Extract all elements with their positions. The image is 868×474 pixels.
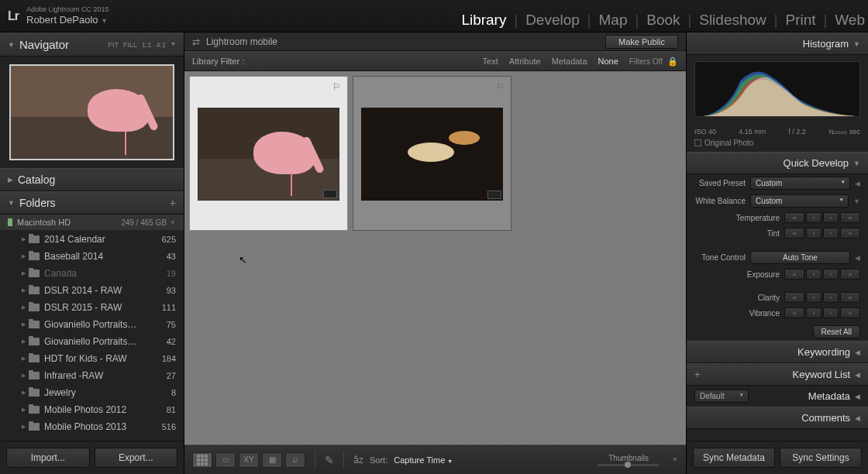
saved-preset-select[interactable]: Custom▾ [750, 177, 850, 190]
painter-tool-icon[interactable]: ✎ [325, 454, 334, 466]
lock-icon[interactable]: 🔒 [667, 57, 678, 67]
module-map[interactable]: Map [596, 12, 631, 30]
filters-off-label[interactable]: Filters Off [629, 57, 663, 66]
comments-header[interactable]: Comments ◀ [687, 407, 868, 429]
toolbar-menu-icon[interactable]: ▼ [672, 456, 678, 463]
folder-row[interactable]: ▶DSLR 2014 - RAW93 [0, 282, 184, 299]
step-dec[interactable]: ‹ [806, 212, 822, 223]
histogram-chart[interactable] [687, 55, 868, 125]
metadata-preset-select[interactable]: Default▾ [694, 390, 749, 403]
folder-row[interactable]: ▶2014 Calendar625 [0, 231, 184, 248]
filter-none[interactable]: None [598, 57, 618, 66]
folders-header[interactable]: ▼ Folders + [0, 191, 184, 215]
compare-view-button[interactable]: XY [239, 452, 259, 468]
step-inc[interactable]: › [823, 269, 839, 280]
add-folder-button[interactable]: + [170, 197, 176, 209]
step-inc-large[interactable]: ›› [840, 307, 860, 318]
folder-row[interactable]: ▶HDT for Kids - RAW184 [0, 350, 184, 367]
folder-row[interactable]: ▶Infrared -RAW27 [0, 367, 184, 384]
step-dec[interactable]: ‹ [806, 292, 822, 303]
step-inc-large[interactable]: ›› [840, 292, 860, 303]
triangle-down-icon[interactable]: ▼ [170, 219, 176, 226]
nav-zoom-fill[interactable]: FILL [123, 41, 137, 49]
step-inc[interactable]: › [823, 212, 839, 223]
identity-plate[interactable]: Robert DePaolo ▼ [26, 14, 109, 26]
folder-row[interactable]: ▶Mobile Photos 201281 [0, 401, 184, 418]
folder-row[interactable]: ▶Mobile Photos 2013516 [0, 418, 184, 435]
folder-row[interactable]: ▶Canada19 [0, 265, 184, 282]
make-public-button[interactable]: Make Public [605, 35, 678, 49]
folder-row[interactable]: ▶Giovaniello Portraits…42 [0, 333, 184, 350]
grid-view-button[interactable] [192, 452, 212, 468]
folder-row[interactable]: ▶Giovaniello Portraits…75 [0, 316, 184, 333]
catalog-header[interactable]: ▶ Catalog [0, 168, 184, 191]
white-balance-select[interactable]: Custom▾ [750, 194, 849, 208]
step-dec-large[interactable]: ‹‹ [784, 269, 804, 280]
import-button[interactable]: Import... [6, 448, 90, 468]
expand-icon[interactable]: ▼ [853, 198, 860, 205]
histogram-header[interactable]: Histogram ▼ [687, 33, 868, 55]
step-dec-large[interactable]: ‹‹ [784, 292, 804, 303]
folder-row[interactable]: ▶DSLR 2015 - RAW111 [0, 299, 184, 316]
grid-cell[interactable]: ⚐ [353, 76, 512, 231]
nav-zoom-fit[interactable]: FIT [108, 41, 119, 49]
reset-all-button[interactable]: Reset All [813, 325, 860, 338]
add-keyword-icon[interactable]: + [694, 369, 701, 380]
grid-cell[interactable]: ⚐ [189, 76, 348, 231]
sync-icon[interactable]: ⇄ [192, 36, 200, 47]
nav-zoom-1:1[interactable]: 1:1 [142, 41, 152, 49]
module-slideshow[interactable]: Slideshow [696, 12, 770, 30]
keywording-header[interactable]: Keywording ◀ [687, 341, 868, 363]
triangle-down-icon[interactable]: ▼ [170, 41, 176, 49]
triangle-right-icon: ▶ [22, 389, 26, 397]
step-dec-large[interactable]: ‹‹ [784, 228, 804, 239]
module-develop[interactable]: Develop [522, 12, 583, 30]
expand-icon[interactable]: ◀ [855, 180, 860, 187]
metadata-header[interactable]: Metadata ◀ [749, 386, 868, 407]
module-book[interactable]: Book [643, 12, 683, 30]
step-dec-large[interactable]: ‹‹ [784, 212, 804, 223]
sort-value[interactable]: Capture Time ▼ [394, 455, 453, 465]
thumbnail-badge[interactable] [487, 191, 501, 199]
expand-icon[interactable]: ◀ [855, 254, 860, 262]
step-inc-large[interactable]: ›› [840, 228, 860, 239]
module-web[interactable]: Web [832, 12, 868, 30]
filter-text[interactable]: Text [483, 57, 498, 66]
step-inc-large[interactable]: ›› [840, 212, 860, 223]
step-inc[interactable]: › [823, 292, 839, 303]
people-view-button[interactable]: ☺ [285, 452, 305, 468]
auto-tone-button[interactable]: Auto Tone [750, 251, 850, 264]
grid-view[interactable]: ⚐ ⚐ [184, 71, 686, 445]
sync-label[interactable]: Lightroom mobile [206, 36, 277, 47]
original-photo-checkbox[interactable]: Original Photo [687, 137, 868, 152]
module-library[interactable]: Library [458, 12, 509, 30]
step-dec[interactable]: ‹ [806, 307, 822, 318]
keyword-list-header[interactable]: + Keyword List ◀ [687, 363, 868, 386]
sync-metadata-button[interactable]: Sync Metadata [693, 448, 775, 468]
folder-row[interactable]: ▶Baseball 201443 [0, 248, 184, 265]
export-button[interactable]: Export... [95, 448, 178, 468]
sync-settings-button[interactable]: Sync Settings [780, 448, 862, 468]
loupe-view-button[interactable]: ▭ [215, 452, 236, 468]
drive-row[interactable]: Macintosh HD 249 / 465 GB ▼ [0, 215, 184, 231]
navigator-preview[interactable] [0, 57, 184, 168]
thumbnail-badge[interactable] [323, 190, 337, 198]
filter-attribute[interactable]: Attribute [509, 57, 541, 66]
sort-direction-icon[interactable]: a͋z [353, 455, 363, 465]
thumbnail-slider[interactable] [598, 464, 660, 466]
module-print[interactable]: Print [783, 12, 819, 30]
step-inc[interactable]: › [823, 307, 839, 318]
step-dec-large[interactable]: ‹‹ [784, 307, 804, 318]
quick-develop-header[interactable]: Quick Develop ▼ [687, 152, 868, 174]
step-dec[interactable]: ‹ [806, 269, 822, 280]
nav-zoom-4:1[interactable]: 4:1 [157, 41, 167, 49]
folder-row[interactable]: ▶Jewelry8 [0, 384, 184, 401]
survey-view-button[interactable]: ▦ [262, 452, 282, 468]
step-dec[interactable]: ‹ [806, 228, 822, 239]
navigator-header[interactable]: ▼ Navigator FITFILL1:14:1▼ [0, 33, 184, 57]
flag-icon[interactable]: ⚐ [496, 81, 505, 92]
step-inc-large[interactable]: ›› [840, 269, 860, 280]
flag-icon[interactable]: ⚐ [332, 81, 341, 92]
step-inc[interactable]: › [823, 228, 839, 239]
filter-metadata[interactable]: Metadata [552, 57, 587, 66]
